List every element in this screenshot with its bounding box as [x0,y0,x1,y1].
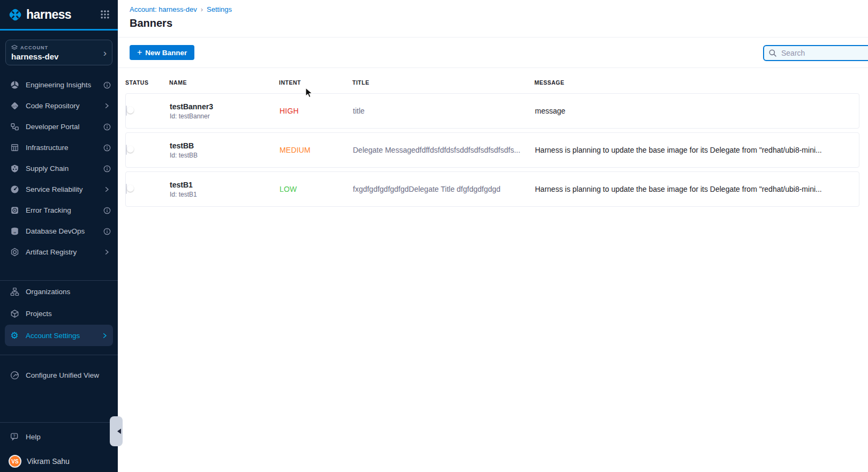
sidebar-collapse-handle[interactable] [110,416,123,446]
sidebar-divider [0,355,118,355]
help-icon: ? [10,432,19,441]
layers-icon [11,44,18,51]
chevron-right-icon [101,332,109,340]
new-banner-label: New Banner [145,49,187,57]
error-tracking-icon [10,206,19,215]
column-header-intent: INTENT [279,79,352,86]
banner-id: Id: testBanner [170,113,280,120]
sidebar-item-supply-chain[interactable]: Supply Chain [0,158,118,179]
sidebar-item-code-repository[interactable]: </> Code Repository [0,95,118,116]
svg-text:</>: </> [12,104,17,108]
sidebar-item-infrastructure[interactable]: Infrastructure [0,137,118,158]
organizations-icon [10,287,19,297]
sidebar-item-label: Projects [26,310,111,318]
banner-title: title [353,107,535,115]
code-repository-icon: </> [10,101,19,111]
sidebar-item-label: Developer Portal [26,123,96,131]
table-row[interactable]: testBB Id: testBB MEDIUM Delegate Messag… [125,132,859,168]
page-title: Banners [130,17,868,29]
intent-badge: HIGH [280,107,353,115]
sidebar-item-label: Help [26,433,111,441]
unified-view-icon [10,371,19,380]
info-icon[interactable] [103,206,111,214]
banner-id: Id: testB1 [170,191,280,198]
chevron-right-icon [103,102,111,110]
column-header-name: NAME [169,79,279,86]
toolbar: + New Banner [118,38,868,68]
sidebar-item-label: Organizations [26,288,111,296]
column-header-title: TITLE [352,79,534,86]
new-banner-button[interactable]: + New Banner [130,45,194,60]
logo-row[interactable]: harness [0,0,118,31]
info-icon[interactable] [103,144,111,152]
sidebar-item-developer-portal[interactable]: Developer Portal [0,116,118,137]
status-toggle[interactable] [126,145,127,155]
sidebar-item-artifact-registry[interactable]: Artifact Registry [0,242,118,263]
chevron-right-icon: › [103,48,107,58]
sidebar-item-error-tracking[interactable]: Error Tracking [0,200,118,221]
banner-title: Delegate Messagedfdffdsfdfdsfsddfsdfsdfs… [353,146,535,154]
table-row[interactable]: testBanner3 Id: testBanner HIGH title me… [125,93,859,129]
table-row[interactable]: testB1 Id: testB1 LOW fxgdfgdfgdfgdfgdDe… [125,171,859,207]
sidebar-item-account-settings[interactable]: ⚙ Account Settings [5,325,113,346]
breadcrumb-account-link[interactable]: Account: harness-dev [130,5,197,13]
banner-message: message [535,107,859,115]
user-name: Vikram Sahu [27,457,70,466]
harness-logo-icon [8,8,22,22]
sidebar-item-label: Artifact Registry [26,248,96,256]
banner-title: fxgdfgdfgdfgdfgdDelegate Title dfgfdgdfg… [353,185,535,193]
sidebar-item-service-reliability[interactable]: Service Reliability [0,179,118,200]
intent-badge: LOW [280,185,353,193]
sidebar-item-database-devops[interactable]: ∞ Database DevOps [0,221,118,242]
sidebar-item-organizations[interactable]: Organizations [0,281,118,303]
module-nav: Engineering Insights </> Code Repository… [0,74,118,263]
sidebar-item-label: Code Repository [26,102,96,110]
status-toggle[interactable] [126,184,127,194]
sidebar: harness ACCOUNT harness-dev › [0,0,118,472]
banner-name: testBanner3 [170,102,280,111]
sidebar-item-help[interactable]: ? Help [0,426,118,447]
search-input[interactable] [780,48,863,58]
service-reliability-icon [10,185,19,194]
user-profile[interactable]: VS Vikram Sahu [0,447,118,472]
engineering-insights-icon [10,80,19,90]
sidebar-item-label: Service Reliability [26,185,96,193]
artifact-registry-icon [10,248,19,257]
info-icon[interactable] [103,123,111,131]
intent-badge: MEDIUM [280,146,353,154]
sidebar-item-engineering-insights[interactable]: Engineering Insights [0,74,118,95]
collapse-left-icon [117,429,121,434]
table-header-row: STATUS NAME INTENT TITLE MESSAGE [125,72,859,93]
sidebar-item-label: Supply Chain [26,164,96,173]
page-header: Account: harness-dev › Settings Banners [118,0,868,38]
account-nav: Organizations Projects ⚙ Account Setting… [0,281,118,346]
info-icon[interactable] [103,81,111,89]
account-label: ACCOUNT [20,45,48,50]
gear-icon: ⚙ [10,331,19,340]
search-box [763,45,868,61]
sidebar-item-projects[interactable]: Projects [0,303,118,325]
account-selector[interactable]: ACCOUNT harness-dev › [5,40,112,65]
banner-message: Harness is planning to update the base i… [535,146,859,154]
sidebar-divider [0,422,118,423]
developer-portal-icon [10,122,19,132]
info-icon[interactable] [103,164,111,173]
sidebar-item-configure-unified-view[interactable]: Configure Unified View [0,364,118,386]
breadcrumb: Account: harness-dev › Settings [130,5,868,13]
breadcrumb-separator: › [201,5,203,13]
info-icon[interactable] [103,227,111,235]
svg-text:?: ? [13,434,15,438]
status-toggle[interactable] [126,106,127,116]
logo-text: harness [26,8,100,22]
account-name: harness-dev [11,52,103,61]
avatar: VS [9,455,21,468]
sidebar-item-label: Database DevOps [26,227,96,235]
sidebar-item-label: Infrastructure [26,144,96,152]
sidebar-item-label: Error Tracking [26,206,96,214]
banner-id: Id: testBB [170,152,280,159]
main-content: Account: harness-dev › Settings Banners … [118,0,868,472]
banners-table: STATUS NAME INTENT TITLE MESSAGE testBan… [118,68,868,207]
breadcrumb-settings-link[interactable]: Settings [207,5,232,13]
module-grid-icon[interactable] [100,10,110,19]
banner-message: Harness is planning to update the base i… [535,185,859,193]
